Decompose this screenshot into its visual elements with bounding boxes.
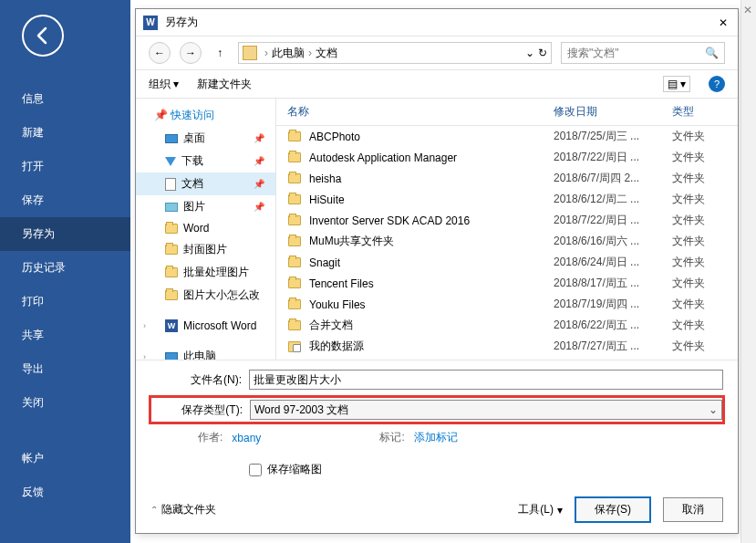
tools-button[interactable]: 工具(L) ▾ — [518, 502, 563, 517]
filename-input[interactable] — [249, 370, 723, 390]
breadcrumb[interactable]: › 此电脑 › 文档 ⌄ ↻ — [238, 42, 552, 64]
tags-value[interactable]: 添加标记 — [414, 430, 458, 445]
nav-forward-button[interactable]: → — [180, 42, 202, 64]
tree-desktop[interactable]: 桌面📌 — [136, 127, 275, 150]
tree-quick-access[interactable]: 📌 快速访问 — [136, 104, 275, 127]
folder-icon — [165, 245, 178, 255]
breadcrumb-pc[interactable]: 此电脑 — [272, 46, 305, 61]
file-type: 文件夹 — [672, 339, 727, 354]
word-icon: W — [165, 319, 178, 332]
sidebar-item-saveas[interactable]: 另存为 — [0, 217, 130, 251]
col-date[interactable]: 修改日期 — [554, 104, 672, 120]
tree-cover[interactable]: 封面图片 — [136, 238, 275, 261]
file-date: 2018/7/27/周五 ... — [554, 339, 672, 354]
file-type: 文件夹 — [672, 213, 727, 228]
file-row[interactable]: ABCPhoto2018/7/25/周三 ...文件夹 — [276, 126, 738, 147]
address-bar: ← → ↑ › 此电脑 › 文档 ⌄ ↻ 🔍 — [136, 37, 738, 70]
sidebar-item-account[interactable]: 帐户 — [0, 442, 130, 475]
sidebar-item-share[interactable]: 共享 — [0, 318, 130, 352]
search-box[interactable]: 🔍 — [561, 42, 725, 64]
sidebar-item-history[interactable]: 历史记录 — [0, 251, 130, 285]
dialog-close-button[interactable]: ✕ — [716, 16, 730, 30]
folder-icon — [165, 224, 178, 234]
folder-tree[interactable]: 📌 快速访问 桌面📌 下载📌 文档📌 图片📌 Word 封面图片 批量处理图片 … — [136, 99, 276, 360]
column-headers[interactable]: 名称 修改日期 类型 — [276, 99, 738, 126]
file-date: 2018/7/22/周日 ... — [554, 150, 672, 165]
file-row[interactable]: 我的数据源2018/7/27/周五 ...文件夹 — [276, 336, 738, 357]
breadcrumb-dropdown[interactable]: ⌄ — [525, 47, 534, 59]
search-icon[interactable]: 🔍 — [705, 47, 719, 59]
arrow-left-icon — [32, 25, 54, 47]
sidebar-item-print[interactable]: 打印 — [0, 285, 130, 318]
filetype-value: Word 97-2003 文档 — [254, 402, 348, 418]
sidebar-item-feedback[interactable]: 反馈 — [0, 475, 130, 509]
thumbnail-check[interactable] — [249, 464, 262, 476]
file-date: 2018/7/22/周日 ... — [554, 213, 672, 228]
file-row[interactable]: HiSuite2018/6/12/周二 ...文件夹 — [276, 189, 738, 210]
pc-icon — [165, 352, 178, 360]
sidebar-item-open[interactable]: 打开 — [0, 150, 130, 183]
file-date: 2018/6/16/周六 ... — [554, 234, 672, 249]
sidebar-item-close[interactable]: 关闭 — [0, 386, 130, 420]
download-icon — [165, 157, 176, 166]
tree-thispc[interactable]: ›此电脑 — [136, 345, 275, 360]
view-options-button[interactable]: ▤ ▾ — [663, 76, 690, 92]
organize-button[interactable]: 组织 ▾ — [149, 77, 179, 92]
folder-icon — [165, 267, 178, 277]
file-type: 文件夹 — [672, 297, 727, 312]
file-row[interactable]: Snagit2018/6/24/周日 ...文件夹 — [276, 252, 738, 273]
hide-folders-button[interactable]: ⌃ 隐藏文件夹 — [150, 502, 216, 517]
search-input[interactable] — [567, 47, 705, 59]
file-date: 2018/8/17/周五 ... — [554, 276, 672, 291]
folder-icon — [287, 299, 302, 309]
tree-documents[interactable]: 文档📌 — [136, 172, 275, 195]
file-row[interactable]: Youku Files2018/7/19/周四 ...文件夹 — [276, 294, 738, 315]
filetype-highlight: 保存类型(T): Word 97-2003 文档 ⌄ — [149, 395, 725, 424]
tree-size[interactable]: 图片大小怎么改 — [136, 284, 275, 307]
file-date: 2018/7/19/周四 ... — [554, 297, 672, 312]
cancel-button[interactable]: 取消 — [663, 497, 723, 522]
file-row[interactable]: Tencent Files2018/8/17/周五 ...文件夹 — [276, 273, 738, 294]
window-close-icon[interactable]: ✕ — [743, 4, 752, 16]
chevron-right-icon: › — [143, 352, 146, 360]
nav-back-button[interactable]: ← — [149, 42, 171, 64]
back-button[interactable] — [22, 15, 64, 57]
col-name[interactable]: 名称 — [287, 104, 554, 120]
file-type: 文件夹 — [672, 129, 727, 144]
author-value[interactable]: xbany — [232, 432, 261, 444]
sidebar-item-save[interactable]: 保存 — [0, 183, 130, 217]
file-name: HiSuite — [309, 193, 554, 206]
folder-icon — [287, 215, 302, 225]
new-folder-button[interactable]: 新建文件夹 — [197, 77, 252, 92]
file-row[interactable]: heisha2018/6/7/周四 2...文件夹 — [276, 168, 738, 189]
file-row[interactable]: Inventor Server SDK ACAD 20162018/7/22/周… — [276, 210, 738, 231]
file-date: 2018/6/7/周四 2... — [554, 171, 672, 186]
file-name: 我的数据源 — [309, 339, 554, 354]
refresh-button[interactable]: ↻ — [538, 47, 547, 59]
tree-msword[interactable]: ›WMicrosoft Word — [136, 316, 275, 336]
tree-downloads[interactable]: 下载📌 — [136, 150, 275, 172]
desktop-icon — [165, 134, 178, 143]
file-type: 文件夹 — [672, 276, 727, 291]
tree-word[interactable]: Word — [136, 218, 275, 238]
breadcrumb-loc[interactable]: 文档 — [316, 46, 337, 61]
save-thumbnail-checkbox[interactable]: 保存缩略图 — [249, 462, 723, 477]
word-app-icon: W — [143, 16, 158, 30]
author-label: 作者: — [198, 430, 223, 445]
nav-up-button[interactable]: ↑ — [211, 44, 229, 62]
file-type: 文件夹 — [672, 150, 727, 165]
folder-icon — [287, 257, 302, 267]
file-row[interactable]: MuMu共享文件夹2018/6/16/周六 ...文件夹 — [276, 231, 738, 252]
sidebar-item-new[interactable]: 新建 — [0, 116, 130, 150]
file-row[interactable]: Autodesk Application Manager2018/7/22/周日… — [276, 147, 738, 168]
tree-pictures[interactable]: 图片📌 — [136, 195, 275, 218]
help-button[interactable]: ? — [709, 76, 725, 92]
col-type[interactable]: 类型 — [672, 104, 727, 120]
sidebar-item-export[interactable]: 导出 — [0, 352, 130, 386]
file-row[interactable]: 合并文档2018/6/22/周五 ...文件夹 — [276, 315, 738, 336]
filetype-combo[interactable]: Word 97-2003 文档 ⌄ — [250, 400, 722, 420]
save-button[interactable]: 保存(S) — [575, 497, 650, 522]
folder-icon — [287, 152, 302, 162]
sidebar-item-info[interactable]: 信息 — [0, 82, 130, 116]
tree-batch[interactable]: 批量处理图片 — [136, 261, 275, 284]
